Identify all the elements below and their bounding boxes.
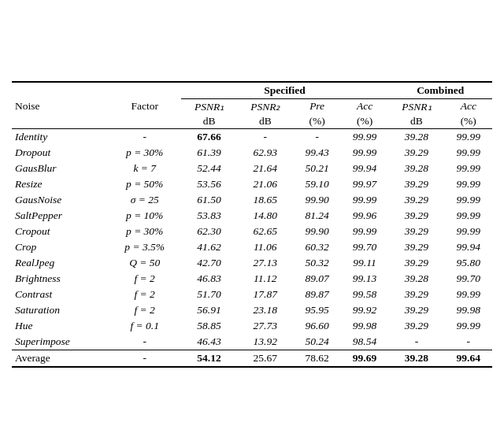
- cell: 99.98: [445, 302, 492, 318]
- cell: Hue: [12, 318, 108, 334]
- table-row: Brightnessf = 246.8311.1289.0799.1339.28…: [12, 271, 492, 287]
- cell: 89.87: [293, 287, 340, 302]
- cell: 99.70: [445, 271, 492, 287]
- cell: -: [293, 128, 340, 145]
- c-acc-unit: (%): [445, 114, 492, 129]
- table-row: Cropoutp = 30%62.3062.6599.9099.9939.299…: [12, 224, 492, 239]
- avg-cell: 54.12: [181, 350, 237, 367]
- cell: 96.60: [293, 318, 340, 334]
- cell: 42.70: [181, 255, 237, 271]
- c-acc-col-header: Acc: [445, 98, 492, 114]
- cell: 39.28: [388, 161, 444, 176]
- cell: Resize: [12, 176, 108, 192]
- cell: 39.29: [388, 224, 444, 239]
- table-row: Contrastf = 251.7017.8789.8799.5839.2999…: [12, 287, 492, 302]
- c-psnr1-col-header: PSNR₁: [388, 98, 444, 114]
- cell: 99.99: [445, 208, 492, 224]
- cell: 39.29: [388, 318, 444, 334]
- cell: 62.65: [237, 224, 293, 239]
- cell: 99.99: [445, 145, 492, 161]
- cell: 89.07: [293, 271, 340, 287]
- cell: 39.29: [388, 302, 444, 318]
- cell: 99.94: [341, 161, 388, 176]
- cell: f = 0.1: [108, 318, 180, 334]
- table-row: Cropp = 3.5%41.6211.0660.3299.7039.2999.…: [12, 239, 492, 255]
- acc-col-header: Acc: [341, 98, 388, 114]
- cell: 56.91: [181, 302, 237, 318]
- cell: 41.62: [181, 239, 237, 255]
- cell: -: [108, 128, 180, 145]
- factor-unit: [108, 114, 180, 129]
- cell: -: [388, 334, 444, 350]
- cell: 61.39: [181, 145, 237, 161]
- cell: Superimpose: [12, 334, 108, 350]
- table-row: Dropoutp = 30%61.3962.9399.4399.9939.299…: [12, 145, 492, 161]
- cell: Brightness: [12, 271, 108, 287]
- psnr1-unit: dB: [181, 114, 237, 129]
- cell: 99.99: [445, 318, 492, 334]
- cell: 81.24: [293, 208, 340, 224]
- table-row: Identity-67.66--99.9939.2899.99: [12, 128, 492, 145]
- table-row: Saturationf = 256.9123.1895.9599.9239.29…: [12, 302, 492, 318]
- cell: p = 10%: [108, 208, 180, 224]
- cell: RealJpeg: [12, 255, 108, 271]
- cell: 62.93: [237, 145, 293, 161]
- cell: 99.92: [341, 302, 388, 318]
- cell: 46.43: [181, 334, 237, 350]
- cell: 95.95: [293, 302, 340, 318]
- cell: 99.99: [341, 224, 388, 239]
- avg-cell: Average: [12, 350, 108, 367]
- psnr2-unit: dB: [237, 114, 293, 129]
- cell: p = 30%: [108, 145, 180, 161]
- cell: 27.73: [237, 318, 293, 334]
- cell: σ = 25: [108, 192, 180, 208]
- avg-cell: 78.62: [293, 350, 340, 367]
- cell: 99.99: [341, 145, 388, 161]
- pre-unit: (%): [293, 114, 340, 129]
- cell: 99.96: [341, 208, 388, 224]
- table-row: Superimpose-46.4313.9250.2498.54--: [12, 334, 492, 350]
- cell: 99.94: [445, 239, 492, 255]
- table-row: GausBlurk = 752.4421.6450.2199.9439.2899…: [12, 161, 492, 176]
- cell: 11.12: [237, 271, 293, 287]
- cell: 50.21: [293, 161, 340, 176]
- combined-header: Combined: [388, 82, 492, 99]
- cell: -: [445, 334, 492, 350]
- cell: 99.58: [341, 287, 388, 302]
- psnr1-col-header: PSNR₁: [181, 98, 237, 114]
- cell: f = 2: [108, 287, 180, 302]
- cell: 21.64: [237, 161, 293, 176]
- cell: GausNoise: [12, 192, 108, 208]
- avg-cell: 99.69: [341, 350, 388, 367]
- cell: 52.44: [181, 161, 237, 176]
- cell: 99.98: [341, 318, 388, 334]
- factor-col-header: Factor: [108, 98, 180, 114]
- cell: 39.29: [388, 255, 444, 271]
- cell: f = 2: [108, 271, 180, 287]
- cell: Q = 50: [108, 255, 180, 271]
- table-row: GausNoiseσ = 2561.5018.6599.9099.9939.29…: [12, 192, 492, 208]
- cell: 46.83: [181, 271, 237, 287]
- cell: 39.29: [388, 239, 444, 255]
- cell: 99.99: [341, 128, 388, 145]
- cell: 99.90: [293, 192, 340, 208]
- acc-unit: (%): [341, 114, 388, 129]
- results-table: Specified Combined Noise Factor PSNR₁ PS…: [12, 81, 492, 368]
- cell: 67.66: [181, 128, 237, 145]
- cell: Identity: [12, 128, 108, 145]
- cell: 62.30: [181, 224, 237, 239]
- cell: 99.11: [341, 255, 388, 271]
- cell: 53.56: [181, 176, 237, 192]
- c-psnr1-unit: dB: [388, 114, 444, 129]
- cell: 99.99: [445, 287, 492, 302]
- cell: SaltPepper: [12, 208, 108, 224]
- cell: 39.29: [388, 145, 444, 161]
- cell: 50.24: [293, 334, 340, 350]
- table-row: RealJpegQ = 5042.7027.1350.3299.1139.299…: [12, 255, 492, 271]
- cell: 14.80: [237, 208, 293, 224]
- cell: GausBlur: [12, 161, 108, 176]
- cell: 99.99: [445, 192, 492, 208]
- cell: 21.06: [237, 176, 293, 192]
- cell: 17.87: [237, 287, 293, 302]
- avg-cell: 25.67: [237, 350, 293, 367]
